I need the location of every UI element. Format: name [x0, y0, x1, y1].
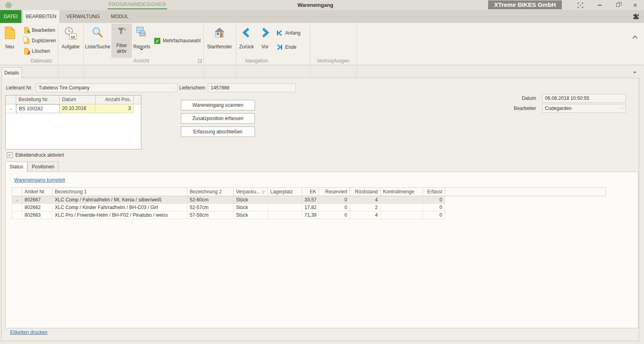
- cell-bez2[interactable]: 52-60cm: [187, 196, 234, 204]
- cell-lagerplatz[interactable]: [268, 204, 302, 211]
- loeschen-button[interactable]: ✗ Löschen: [24, 47, 60, 55]
- cell-lagerplatz[interactable]: [268, 196, 302, 204]
- fullscreen-icon: [578, 2, 583, 8]
- duplizieren-button[interactable]: Duplizieren: [24, 37, 60, 45]
- cell-artikel[interactable]: 802663: [22, 211, 52, 219]
- orders-cell-anzahl[interactable]: 3: [95, 104, 134, 113]
- items-header-lagerplatz[interactable]: Lagerplatz: [268, 187, 302, 196]
- cell-rueckstand[interactable]: 4: [350, 196, 381, 204]
- cell-bez1[interactable]: XLC Pro / Freeride-Helm / BH-F02 / Pinat…: [52, 211, 187, 219]
- items-header-kontrollmenge[interactable]: Kontrollmenge: [381, 187, 423, 196]
- cell-erfasst[interactable]: 0: [423, 196, 445, 204]
- lieferant-label: Lieferant Nr.: [6, 83, 32, 92]
- tab-bearbeiten[interactable]: BEARBEITEN: [23, 10, 59, 23]
- tab-status[interactable]: Status: [5, 162, 27, 172]
- bearbeiter-lookup-button[interactable]: ···: [619, 104, 624, 112]
- erfassung-abschliessen-button[interactable]: Erfassung abschließen: [181, 126, 255, 137]
- orders-cell-datum[interactable]: 20.10.2016: [60, 104, 95, 113]
- zurueck-button[interactable]: Zurück: [238, 24, 255, 58]
- liste-suche-button[interactable]: Liste/Suche: [85, 24, 110, 58]
- lieferschein-field[interactable]: 1457888: [208, 83, 296, 92]
- bearbeiter-label: Bearbeiter: [501, 104, 536, 113]
- zusatzposition-erfassen-button[interactable]: Zusatzposition erfassen: [181, 113, 255, 124]
- cell-ek[interactable]: 17,82: [302, 204, 319, 211]
- bearbeiter-field[interactable]: Codegarden ···: [542, 104, 626, 113]
- orders-cell-bestellung[interactable]: BS 100282: [16, 104, 60, 113]
- cell-kontrollmenge[interactable]: [381, 211, 423, 219]
- cell-ek[interactable]: 71,39: [302, 211, 319, 219]
- cell-verpackung[interactable]: Stück: [234, 196, 268, 204]
- lieferant-value: Tubeless Tire Company: [39, 85, 89, 91]
- cell-artikel[interactable]: 802662: [22, 204, 52, 211]
- filter-aktiv-button[interactable]: Filter aktiv: [112, 24, 132, 58]
- tab-datei[interactable]: DATEI: [0, 10, 21, 23]
- wareneingang-scannen-button[interactable]: Wareneingang scannen: [181, 100, 255, 110]
- cell-bez2[interactable]: 57-58cm: [187, 211, 234, 219]
- cell-rueckstand[interactable]: 2: [350, 204, 381, 211]
- row-selector: [12, 211, 22, 219]
- wareneingang-komplett-link[interactable]: Wareneingang komplett: [14, 177, 65, 183]
- orders-header-datum[interactable]: Datum: [60, 95, 95, 104]
- plugin-puzzle-icon[interactable]: [633, 13, 639, 21]
- cell-bez1[interactable]: XLC Comp / Fahrradhelm / Mt. Kenia / sil…: [52, 196, 187, 204]
- orders-header-anzahl[interactable]: Anzahl Pos.: [95, 95, 134, 104]
- chevron-right-icon: [261, 27, 269, 38]
- cell-bez1[interactable]: XLC Comp / Kinder Fahrradhelm / BH-C03 /…: [52, 204, 187, 211]
- details-dropdown-icon[interactable]: [633, 72, 636, 73]
- cell-lagerplatz[interactable]: [268, 211, 302, 219]
- cell-reserviert[interactable]: 0: [319, 204, 350, 211]
- cell-reserviert[interactable]: 0: [319, 196, 350, 204]
- items-header-bez1[interactable]: Bezeichnung 1: [52, 187, 187, 196]
- items-header-bez2[interactable]: Bezeichnung 2: [187, 187, 234, 196]
- new-document-icon: [5, 27, 15, 39]
- mehrfachauswahl-label: Mehrfachauswahl: [163, 38, 201, 44]
- aufgabe-button[interactable]: 12 Aufgabe: [59, 24, 82, 58]
- cell-bez2[interactable]: 52-57cm: [187, 204, 234, 211]
- items-header-erfasst[interactable]: Erfasst: [423, 187, 445, 196]
- cell-erfasst[interactable]: 0: [423, 204, 445, 211]
- cell-erfasst[interactable]: 0: [423, 211, 445, 219]
- ende-button[interactable]: Ende: [276, 44, 296, 51]
- restore-button[interactable]: [613, 0, 623, 10]
- neu-button[interactable]: Neu: [1, 24, 19, 58]
- orders-header-filler: [134, 95, 141, 104]
- bearbeiten-button[interactable]: ✎ Bearbeiten: [24, 26, 60, 34]
- group-divider: [203, 25, 204, 79]
- close-button[interactable]: ✕: [630, 0, 640, 10]
- anfang-button[interactable]: Anfang: [276, 29, 300, 37]
- cell-kontrollmenge[interactable]: [381, 204, 423, 211]
- startfenster-button[interactable]: Startfenster: [206, 24, 233, 58]
- items-header-verpackung[interactable]: Verpacku...: [234, 187, 268, 196]
- tab-verwaltung[interactable]: VERWALTUNG: [64, 10, 101, 23]
- items-header-artikel[interactable]: Artikel Nr.: [22, 187, 52, 196]
- items-header-rueckstand[interactable]: Rückstand: [350, 187, 381, 196]
- cell-reserviert[interactable]: 0: [319, 211, 350, 219]
- reports-button[interactable]: Reports: [133, 24, 151, 58]
- datum-field[interactable]: 06.08.2018 10:50:55: [542, 94, 626, 103]
- dialog-launcher-button[interactable]: [198, 59, 202, 63]
- tab-positionen[interactable]: Positionen: [27, 162, 59, 172]
- chevron-left-icon: [242, 27, 251, 38]
- tab-details[interactable]: Details: [2, 67, 22, 78]
- items-header-ek[interactable]: EK: [302, 187, 319, 196]
- etikettendruck-checkbox[interactable]: ✓: [7, 152, 12, 158]
- tab-modul[interactable]: MODUL: [107, 10, 133, 23]
- app-gear-icon[interactable]: [5, 2, 12, 9]
- lieferant-lookup-button[interactable]: ···: [171, 84, 176, 92]
- anfang-label: Anfang: [285, 30, 300, 36]
- orders-header-bestellung[interactable]: Bestellung Nr.: [16, 95, 60, 104]
- cell-kontrollmenge[interactable]: [381, 196, 423, 204]
- vor-button[interactable]: Vor: [258, 24, 272, 58]
- minimize-button[interactable]: [594, 0, 605, 10]
- cell-rueckstand[interactable]: 4: [350, 211, 381, 219]
- items-header-reserviert[interactable]: Reserviert: [319, 187, 350, 196]
- cell-verpackung[interactable]: Stück: [234, 204, 268, 211]
- fullscreen-button[interactable]: [575, 0, 586, 10]
- mehrfachauswahl-checkbox[interactable]: ✓ Mehrfachauswahl: [154, 37, 207, 45]
- cell-artikel[interactable]: 802667: [22, 196, 52, 204]
- cell-ek[interactable]: 33,57: [302, 196, 319, 204]
- cell-verpackung[interactable]: Stück: [234, 211, 268, 219]
- etiketten-drucken-link[interactable]: Etiketten drucken: [10, 329, 48, 335]
- lieferant-field[interactable]: Tubeless Tire Company ···: [36, 83, 178, 92]
- datum-label: Datum: [501, 94, 536, 103]
